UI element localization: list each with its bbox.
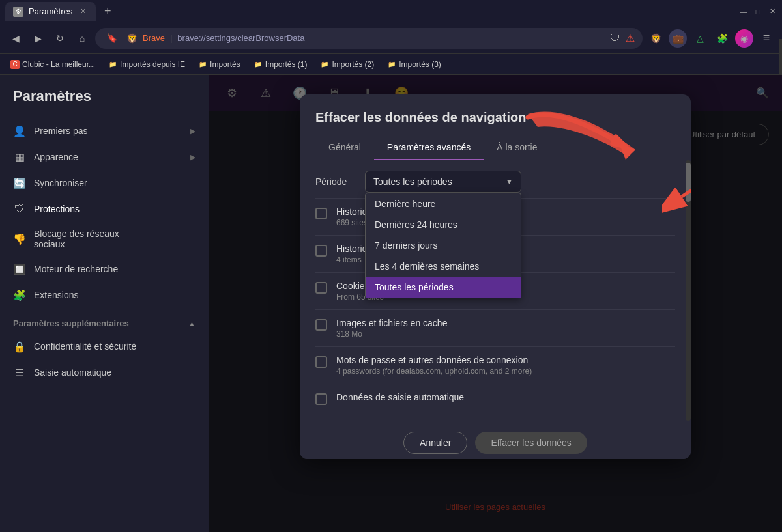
dropdown-option-heure[interactable]: Dernière heure xyxy=(366,193,521,214)
sidebar-label-moteur: Moteur de recherche xyxy=(34,264,118,274)
title-bar: ⚙ Paramètres ✕ + — □ ✕ xyxy=(0,0,782,23)
modal-body: Période Toutes les périodes ▼ xyxy=(300,160,691,421)
checkbox-mdp-content: Mots de passe et autres données de conne… xyxy=(336,355,532,376)
shield-icon[interactable]: 🛡 xyxy=(610,33,620,44)
new-tab-button[interactable]: + xyxy=(98,3,117,21)
address-right-icons: 🛡 ⚠ xyxy=(610,32,635,44)
checkbox-mdp: Mots de passe et autres données de conne… xyxy=(315,346,675,384)
period-dropdown: Dernière heure Dernières 24 heures 7 der… xyxy=(365,193,521,298)
warning-icon[interactable]: ⚠ xyxy=(626,32,635,44)
bookmark-clubic[interactable]: C Clubic - La meilleur... xyxy=(5,58,100,71)
main-content: Paramètres 👤 Premiers pas ▶ ▦ Apparence … xyxy=(0,75,782,532)
period-selected-value: Toutes les périodes xyxy=(373,176,452,187)
checkbox-cache: Images et fichiers en cache 318 Mo xyxy=(315,309,675,346)
back-button[interactable]: ◀ xyxy=(7,29,25,48)
extensions-icon: 🧩 xyxy=(13,288,26,301)
tab-sortie[interactable]: À la sortie xyxy=(484,135,550,160)
checkbox-hist1-input[interactable] xyxy=(315,208,327,219)
bookmark-importes2-label: Importés (2) xyxy=(332,60,374,69)
content-area: ⚙ ⚠ 🕐 🖥 ⬇ 😊 🔍 Utiliser par défaut Efface… xyxy=(209,75,782,532)
search-engine-icon: 🔲 xyxy=(13,262,26,275)
dropdown-option-tout[interactable]: Toutes les périodes xyxy=(366,277,521,298)
checkbox-saisie-label: Données de saisie automatique xyxy=(336,392,464,402)
bookmark-importes1-icon: 📁 xyxy=(253,60,263,69)
privacy-icon: 🔒 xyxy=(13,340,26,353)
bookmark-importes-icon: 📁 xyxy=(198,60,207,69)
period-row: Période Toutes les périodes ▼ xyxy=(315,171,675,193)
brave-rewards-icon[interactable]: 🦁 xyxy=(646,29,665,48)
bookmark-ie-icon: 📁 xyxy=(108,60,117,69)
bookmark-importes3[interactable]: 📁 Importés (3) xyxy=(382,58,446,71)
chevron-right-icon: ▶ xyxy=(190,127,195,135)
checkbox-mdp-input[interactable] xyxy=(315,356,327,368)
modal-scrollbar[interactable] xyxy=(686,160,691,421)
sidebar-label-protections: Protections xyxy=(34,204,80,214)
reload-button[interactable]: ↻ xyxy=(51,29,69,48)
sidebar-item-blocage-reseaux[interactable]: 👎 Blocage des réseaux sociaux xyxy=(0,222,209,256)
dropdown-option-7j[interactable]: 7 derniers jours xyxy=(366,235,521,256)
section-chevron-icon[interactable]: ▲ xyxy=(188,320,195,328)
bookmark-importes2[interactable]: 📁 Importés (2) xyxy=(315,58,379,71)
period-select[interactable]: Toutes les périodes ▼ xyxy=(365,171,521,193)
bookmark-icon[interactable]: 🔖 xyxy=(103,29,121,48)
sidebar-item-moteur[interactable]: 🔲 Moteur de recherche xyxy=(0,256,209,282)
sidebar-item-protections[interactable]: 🛡 Protections xyxy=(0,196,209,222)
active-tab[interactable]: ⚙ Paramètres ✕ xyxy=(5,2,96,21)
checkbox-cache-sub: 318 Mo xyxy=(336,329,447,339)
checkbox-cache-content: Images et fichiers en cache 318 Mo xyxy=(336,318,447,339)
forward-button[interactable]: ▶ xyxy=(29,29,47,48)
bookmark-clubic-label: Clubic - La meilleur... xyxy=(22,60,95,69)
checkbox-hist2-input[interactable] xyxy=(315,245,327,257)
sidebar-section-supplementaires: Paramètres supplémentaires ▲ xyxy=(0,308,209,333)
clear-button[interactable]: Effacer les données xyxy=(475,432,587,454)
checkbox-saisie-input[interactable] xyxy=(315,393,327,405)
profile-icon[interactable]: ◉ xyxy=(735,29,753,48)
sidebar-item-premiers-pas[interactable]: 👤 Premiers pas ▶ xyxy=(0,118,209,144)
sidebar-item-synchroniser[interactable]: 🔄 Synchroniser xyxy=(0,170,209,196)
sidebar-label-synchroniser: Synchroniser xyxy=(34,178,87,188)
tab-general[interactable]: Général xyxy=(315,135,374,160)
sidebar-label-extensions: Extensions xyxy=(34,290,78,300)
social-block-icon: 👎 xyxy=(13,232,26,245)
bookmark-importes1-label: Importés (1) xyxy=(265,60,308,69)
sidebar: Paramètres 👤 Premiers pas ▶ ▦ Apparence … xyxy=(0,75,209,532)
modal-overlay: Effacer les données de navigation Généra… xyxy=(209,75,782,532)
maximize-button[interactable]: □ xyxy=(753,7,762,16)
menu-icon[interactable]: ≡ xyxy=(757,29,775,48)
modal-footer: Annuler Effacer les données xyxy=(300,421,691,459)
sidebar-label-apparence: Apparence xyxy=(34,152,78,162)
dropdown-option-24h[interactable]: Dernières 24 heures xyxy=(366,214,521,235)
bookmark-importes2-icon: 📁 xyxy=(320,60,329,69)
sidebar-item-saisie[interactable]: ☰ Saisie automatique xyxy=(0,359,209,385)
sidebar-label-premiers-pas: Premiers pas xyxy=(34,126,87,136)
dropdown-option-4sem[interactable]: Les 4 dernières semaines xyxy=(366,256,521,277)
home-button[interactable]: ⌂ xyxy=(73,29,91,48)
bookmark-clubic-icon: C xyxy=(10,60,20,69)
address-brave-label: Brave xyxy=(143,33,165,43)
bookmark-ie[interactable]: 📁 Importés depuis IE xyxy=(103,58,190,71)
minimize-button[interactable]: — xyxy=(739,7,748,16)
wallet-icon[interactable]: 💼 xyxy=(669,29,687,48)
bookmark-importes1[interactable]: 📁 Importés (1) xyxy=(248,58,313,71)
address-input[interactable]: 🔖 🦁 Brave | brave://settings/clearBrowse… xyxy=(95,28,643,49)
checkbox-mdp-sub: 4 passwords (for dealabs.com, uphold.com… xyxy=(336,367,532,376)
tab-avances[interactable]: Paramètres avancés xyxy=(374,135,484,160)
sidebar-label-blocage: Blocage des réseaux sociaux xyxy=(34,229,119,249)
extension-icon-1[interactable]: 🧩 xyxy=(713,29,731,48)
bookmark-importes3-icon: 📁 xyxy=(387,60,396,69)
brave-logo: 🦁 xyxy=(126,33,138,44)
close-button[interactable]: ✕ xyxy=(768,7,777,16)
sidebar-item-apparence[interactable]: ▦ Apparence ▶ xyxy=(0,144,209,170)
cancel-button[interactable]: Annuler xyxy=(403,432,467,454)
section-label: Paramètres supplémentaires xyxy=(13,318,129,328)
bookmark-importes[interactable]: 📁 Importés xyxy=(193,58,246,71)
google-drive-icon[interactable]: △ xyxy=(691,29,709,48)
checkbox-cookies-input[interactable] xyxy=(315,282,327,294)
tab-close-button[interactable]: ✕ xyxy=(78,7,88,17)
sidebar-item-confidentialite[interactable]: 🔒 Confidentialité et sécurité xyxy=(0,333,209,359)
sidebar-item-extensions[interactable]: 🧩 Extensions xyxy=(0,282,209,308)
tab-title: Paramètres xyxy=(29,7,72,16)
select-arrow-icon: ▼ xyxy=(506,178,513,186)
checkbox-cache-input[interactable] xyxy=(315,319,327,331)
checkbox-saisie-content: Données de saisie automatique xyxy=(336,392,464,402)
